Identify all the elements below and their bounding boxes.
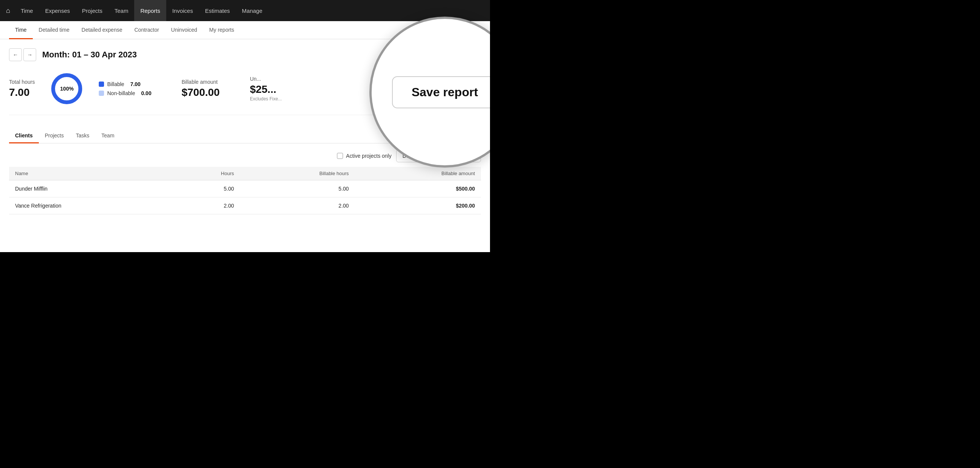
row-0-name: Dunder Mifflin <box>9 180 170 197</box>
subnav-detailed-time[interactable]: Detailed time <box>33 21 76 39</box>
main-content: ← → Month: 01 – 30 Apr 2023 Total hours … <box>0 39 490 252</box>
non-billable-hours-value: 0.00 <box>141 90 151 96</box>
row-1-billable-hours: 2.00 <box>240 197 355 214</box>
total-hours-label: Total hours <box>9 79 35 85</box>
legend-billable: Billable 7.00 <box>99 81 151 87</box>
billable-hours-value: 7.00 <box>130 81 141 87</box>
nav-item-reports[interactable]: Reports <box>134 0 166 21</box>
active-projects-label-text: Active projects only <box>346 153 391 159</box>
row-1-name: Vance Refrigeration <box>9 197 170 214</box>
uninvoiced-label: Un... <box>250 76 282 82</box>
nav-item-team[interactable]: Team <box>108 0 135 21</box>
subnav-time[interactable]: Time <box>9 21 33 39</box>
excludes-label: Excludes Fixe... <box>250 96 282 102</box>
next-period-button[interactable]: → <box>23 48 36 61</box>
total-hours-value: 7.00 <box>9 86 35 99</box>
nav-item-estimates[interactable]: Estimates <box>199 0 236 21</box>
home-icon[interactable]: ⌂ <box>6 7 10 15</box>
tab-projects[interactable]: Projects <box>39 129 70 144</box>
row-0-billable-hours: 5.00 <box>240 180 355 197</box>
donut-percent-label: 100% <box>60 86 74 92</box>
non-billable-color-dot <box>99 91 104 96</box>
save-report-button[interactable]: Save report <box>392 76 490 108</box>
tab-clients[interactable]: Clients <box>9 129 39 144</box>
table-row: Vance Refrigeration 2.00 2.00 $200.00 <box>9 197 481 214</box>
tab-team[interactable]: Team <box>95 129 120 144</box>
table-row: Dunder Mifflin 5.00 5.00 $500.00 <box>9 180 481 197</box>
billable-amount-block: Billable amount $700.00 <box>182 79 220 99</box>
col-header-hours: Hours <box>170 167 240 180</box>
billable-label: Billable <box>107 81 124 87</box>
row-0-hours: 5.00 <box>170 180 240 197</box>
billable-amount-label: Billable amount <box>182 79 220 85</box>
nav-item-time[interactable]: Time <box>15 0 39 21</box>
total-hours-block: Total hours 7.00 <box>9 79 35 99</box>
table-header-row: Name Hours Billable hours Billable amoun… <box>9 167 481 180</box>
col-header-billable-hours: Billable hours <box>240 167 355 180</box>
subnav-contractor[interactable]: Contractor <box>128 21 165 39</box>
subnav-my-reports[interactable]: My reports <box>203 21 240 39</box>
top-navigation: ⌂ Time Expenses Projects Team Reports In… <box>0 0 490 21</box>
tab-tasks[interactable]: Tasks <box>70 129 95 144</box>
non-billable-label: Non-billable <box>107 90 135 96</box>
row-1-hours: 2.00 <box>170 197 240 214</box>
subnav-detailed-expense[interactable]: Detailed expense <box>75 21 128 39</box>
col-header-billable-amount: Billable amount <box>355 167 481 180</box>
row-0-billable-amount: $500.00 <box>355 180 481 197</box>
date-range-label: Month: 01 – 30 Apr 2023 <box>42 50 137 60</box>
chart-legend: Billable 7.00 Non-billable 0.00 <box>99 81 151 96</box>
row-1-billable-amount: $200.00 <box>355 197 481 214</box>
uninvoiced-block: Un... $25... Excludes Fixe... <box>250 76 282 102</box>
clients-table: Name Hours Billable hours Billable amoun… <box>9 167 481 214</box>
active-projects-checkbox[interactable] <box>337 153 343 159</box>
nav-item-projects[interactable]: Projects <box>76 0 108 21</box>
legend-non-billable: Non-billable 0.00 <box>99 90 151 96</box>
active-projects-filter[interactable]: Active projects only <box>337 153 391 159</box>
nav-item-expenses[interactable]: Expenses <box>39 0 76 21</box>
col-header-name: Name <box>9 167 170 180</box>
billable-amount-value: $700.00 <box>182 86 220 99</box>
donut-chart: 100% <box>50 72 84 106</box>
nav-item-manage[interactable]: Manage <box>236 0 268 21</box>
prev-period-button[interactable]: ← <box>9 48 22 61</box>
uninvoiced-value: $25... <box>250 83 282 96</box>
subnav-uninvoiced[interactable]: Uninvoiced <box>165 21 203 39</box>
billable-color-dot <box>99 81 104 87</box>
nav-item-invoices[interactable]: Invoices <box>166 0 199 21</box>
